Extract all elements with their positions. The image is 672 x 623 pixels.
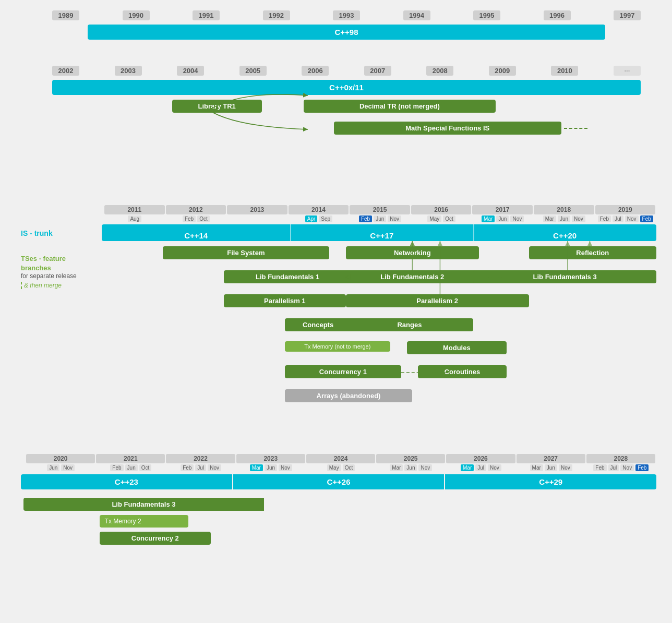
feb-2022: Feb <box>181 464 194 471</box>
year-2008: 2008 <box>426 66 453 76</box>
feb-2015: Feb <box>359 215 372 222</box>
feb-2028b: Feb <box>635 464 649 471</box>
nov-2019: Nov <box>625 215 639 222</box>
year-2013-label: 2013 <box>227 205 287 214</box>
year-1992: 1992 <box>263 10 290 20</box>
lib-fund2-bar: Lib Fundamentals 2 <box>346 270 479 283</box>
mar-2018: Mar <box>543 215 556 222</box>
year-2012-label: 2012 <box>166 205 226 214</box>
year-2018-label: 2018 <box>534 205 594 214</box>
year-2021-label: 2021 <box>96 454 165 463</box>
cpp14-bar: C++14 <box>102 224 290 241</box>
nov-2018: Nov <box>572 215 585 222</box>
year-2017-label: 2017 <box>472 205 533 214</box>
year-2024-label: 2024 <box>306 454 375 463</box>
feb-2019: Feb <box>598 215 611 222</box>
feb-2028: Feb <box>593 464 606 471</box>
year-2020-label: 2020 <box>26 454 95 463</box>
tx-memory2-bar: Tx Memory 2 <box>105 518 141 525</box>
jun-2015: Jun <box>374 215 386 222</box>
year-2003: 2003 <box>115 66 142 76</box>
jun-2021: Jun <box>125 464 138 471</box>
year-2004: 2004 <box>177 66 204 76</box>
sep-2014: Sep <box>319 215 332 222</box>
jun-2027: Jun <box>545 464 557 471</box>
mar-2023: Mar <box>250 464 263 471</box>
year-2010: 2010 <box>551 66 578 76</box>
nov-2020: Nov <box>61 464 75 471</box>
nov-2025: Nov <box>418 464 432 471</box>
year-1990: 1990 <box>123 10 150 20</box>
feb-2019b: Feb <box>640 215 653 222</box>
mar-2017: Mar <box>482 215 495 222</box>
year-1995: 1995 <box>473 10 500 20</box>
year-1997: 1997 <box>614 10 641 20</box>
year-2005: 2005 <box>239 66 267 76</box>
jun-2023: Jun <box>265 464 277 471</box>
concurrency1-bar: Concurrency 1 <box>285 365 401 378</box>
year-2025-label: 2025 <box>376 454 445 463</box>
year-2009: 2009 <box>489 66 516 76</box>
lib-fund3-s4-bar: Lib Fundamentals 3 <box>23 498 264 511</box>
year-2028-label: 2028 <box>586 454 655 463</box>
nov-2026: Nov <box>488 464 501 471</box>
year-2007: 2007 <box>364 66 391 76</box>
year-2023-label: 2023 <box>236 454 305 463</box>
tses-label: TSes - featurebranches <box>21 255 66 272</box>
section-2011-2019: 2011 Aug 2012 Feb Oct 2013 2014 <box>10 200 662 438</box>
jul-2019: Jul <box>613 215 623 222</box>
year-2016-label: 2016 <box>411 205 472 214</box>
year-1996: 1996 <box>544 10 571 20</box>
modules-bar: Modules <box>407 341 507 354</box>
year-2019-label: 2019 <box>595 205 656 214</box>
oct-2016: Oct <box>443 215 455 222</box>
jun-2018: Jun <box>558 215 570 222</box>
year-2006: 2006 <box>302 66 329 76</box>
jul-2028: Jul <box>608 464 619 471</box>
mar-2027: Mar <box>530 464 543 471</box>
math-special-bar: Math Special Functions IS <box>334 122 561 135</box>
section-2020-2028: 2020 Jun Nov 2021 Feb Jun Oct 2022 Fe <box>10 449 662 555</box>
year-2011-label: 2011 <box>104 205 165 214</box>
oct-2021: Oct <box>139 464 152 471</box>
mar-2026: Mar <box>461 464 474 471</box>
cpp29-bar: C++29 <box>445 474 656 489</box>
year-2022-label: 2022 <box>166 454 235 463</box>
cpp98-bar: C++98 <box>88 25 606 40</box>
file-system-bar: File System <box>163 246 329 259</box>
library-tr1-bar: Library TR1 <box>172 100 262 113</box>
arrays-bar: Arrays (abandoned) <box>285 389 412 402</box>
ranges-bar: Ranges <box>346 318 473 331</box>
cpp20-bar: C++20 <box>473 224 656 241</box>
year-2027-label: 2027 <box>517 454 585 463</box>
year-1994: 1994 <box>403 10 430 20</box>
networking-bar: Networking <box>346 246 479 259</box>
cpp23-bar: C++23 <box>21 474 232 489</box>
lib-fund1-bar: Lib Fundamentals 1 <box>224 270 351 283</box>
feb-2012: Feb <box>183 215 196 222</box>
decimal-tr-bar: Decimal TR (not merged) <box>304 100 495 113</box>
nov-2023: Nov <box>279 464 292 471</box>
jun-2020: Jun <box>47 464 59 471</box>
year-more: ··· <box>614 66 641 76</box>
tx-memory-bar: Tx Memory (not to merge) <box>304 343 370 350</box>
section-2002-2010: 2002 2003 2004 2005 2006 2007 2008 2009 … <box>10 61 662 189</box>
year-2026-label: 2026 <box>446 454 515 463</box>
reflection-bar: Reflection <box>529 246 656 259</box>
cpp17-bar: C++17 <box>290 224 473 241</box>
cpp0x-bar: C++0x/11 <box>52 80 641 95</box>
section-1989-1997: 1989 1990 1991 1992 1993 1994 1995 1996 … <box>10 5 662 45</box>
year-2014-label: 2014 <box>289 205 349 214</box>
apr-2014: Apr <box>305 215 318 222</box>
is-trunk-label: IS - trunk <box>21 229 53 237</box>
oct-2024: Oct <box>343 464 355 471</box>
nov-2017: Nov <box>510 215 524 222</box>
nov-2028: Nov <box>620 464 634 471</box>
nov-2027: Nov <box>559 464 572 471</box>
aug-2011: Aug <box>128 215 141 222</box>
page: 1989 1990 1991 1992 1993 1994 1995 1996 … <box>0 0 672 570</box>
year-2002: 2002 <box>52 66 79 76</box>
mar-2025: Mar <box>390 464 403 471</box>
may-2024: May <box>327 464 341 471</box>
may-2016: May <box>427 215 441 222</box>
